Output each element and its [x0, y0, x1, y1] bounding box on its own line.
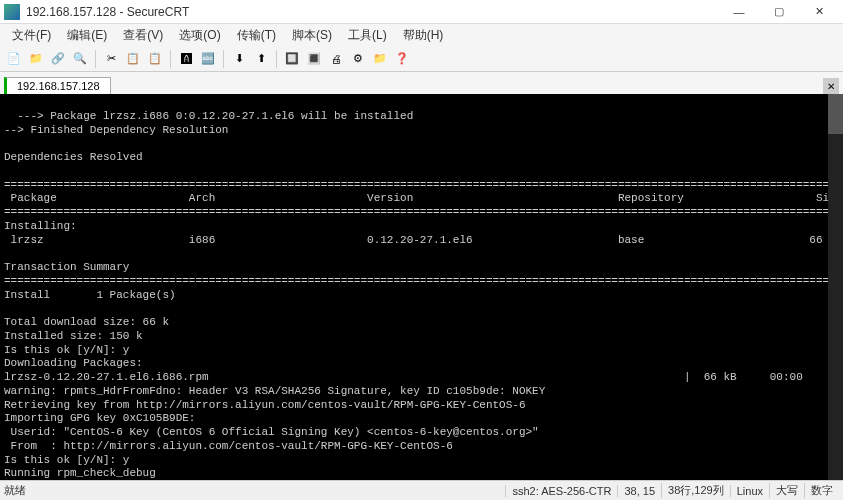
color-icon[interactable]: 🔤	[198, 49, 218, 69]
menu-view[interactable]: 查看(V)	[115, 25, 171, 46]
paste-icon[interactable]: 📋	[145, 49, 165, 69]
menu-options[interactable]: 选项(O)	[171, 25, 228, 46]
menu-transfer[interactable]: 传输(T)	[229, 25, 284, 46]
connect-icon[interactable]: 🔗	[48, 49, 68, 69]
menu-file[interactable]: 文件(F)	[4, 25, 59, 46]
titlebar: 192.168.157.128 - SecureCRT — ▢ ✕	[0, 0, 843, 24]
fullscreen-icon[interactable]: 🔲	[282, 49, 302, 69]
status-caps: 大写	[769, 483, 804, 498]
separator-icon	[95, 50, 96, 68]
window-controls: — ▢ ✕	[719, 1, 839, 23]
font-icon[interactable]: 🅰	[176, 49, 196, 69]
new-session-icon[interactable]: 📄	[4, 49, 24, 69]
settings-icon[interactable]: ⚙	[348, 49, 368, 69]
maximize-button[interactable]: ▢	[759, 1, 799, 23]
status-ready: 就绪	[4, 483, 505, 498]
close-button[interactable]: ✕	[799, 1, 839, 23]
status-rows-cols: 38行,129列	[661, 483, 730, 498]
menu-script[interactable]: 脚本(S)	[284, 25, 340, 46]
session-tab[interactable]: 192.168.157.128	[4, 77, 111, 94]
toolbar: 📄 📁 🔗 🔍 ✂ 📋 📋 🅰 🔤 ⬇ ⬆ 🔲 🔳 🖨 ⚙ 📁 ❓	[0, 46, 843, 72]
status-ssh: ssh2: AES-256-CTR	[505, 485, 617, 497]
status-terminal-type: Linux	[730, 485, 769, 497]
print-icon[interactable]: 🖨	[326, 49, 346, 69]
window-title: 192.168.157.128 - SecureCRT	[26, 5, 719, 19]
terminal-output[interactable]: ---> Package lrzsz.i686 0:0.12.20-27.1.e…	[0, 94, 843, 480]
separator-icon	[276, 50, 277, 68]
menu-edit[interactable]: 编辑(E)	[59, 25, 115, 46]
copy-icon[interactable]: 📋	[123, 49, 143, 69]
minimize-button[interactable]: —	[719, 1, 759, 23]
upload-icon[interactable]: ⬆	[251, 49, 271, 69]
menu-tools[interactable]: 工具(L)	[340, 25, 395, 46]
window-icon[interactable]: 🔳	[304, 49, 324, 69]
find-icon[interactable]: 🔍	[70, 49, 90, 69]
menu-help[interactable]: 帮助(H)	[395, 25, 452, 46]
menubar: 文件(F) 编辑(E) 查看(V) 选项(O) 传输(T) 脚本(S) 工具(L…	[0, 24, 843, 46]
separator-icon	[223, 50, 224, 68]
tab-close-icon[interactable]: ✕	[823, 78, 839, 94]
app-icon	[4, 4, 20, 20]
separator-icon	[170, 50, 171, 68]
scrollbar-thumb[interactable]	[828, 94, 843, 134]
tabbar: 192.168.157.128 ✕	[0, 72, 843, 94]
open-icon[interactable]: 📁	[26, 49, 46, 69]
tab-label: 192.168.157.128	[17, 80, 100, 92]
folder-icon[interactable]: 📁	[370, 49, 390, 69]
status-cursor-pos: 38, 15	[617, 485, 661, 497]
help-icon[interactable]: ❓	[392, 49, 412, 69]
status-num: 数字	[804, 483, 839, 498]
download-icon[interactable]: ⬇	[229, 49, 249, 69]
statusbar: 就绪 ssh2: AES-256-CTR 38, 15 38行,129列 Lin…	[0, 480, 843, 500]
cut-icon[interactable]: ✂	[101, 49, 121, 69]
terminal-scrollbar[interactable]	[828, 94, 843, 480]
